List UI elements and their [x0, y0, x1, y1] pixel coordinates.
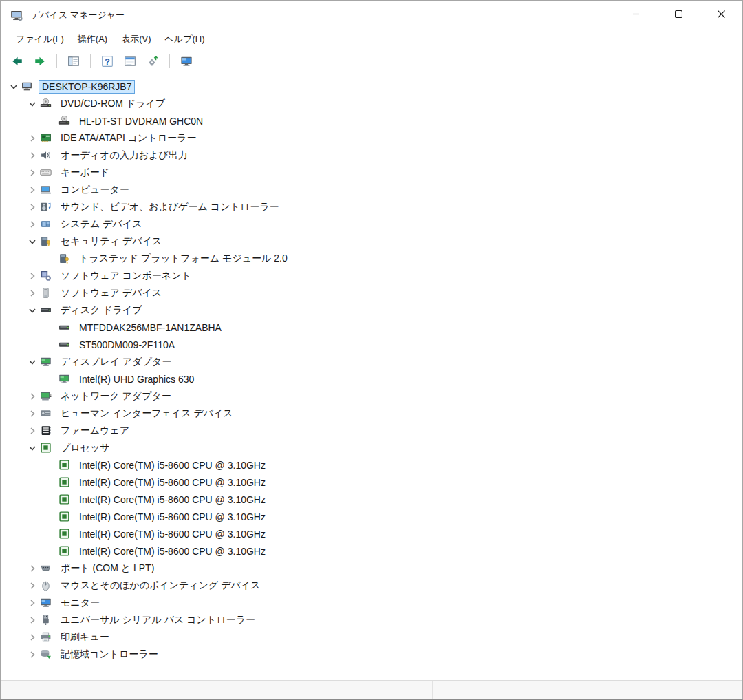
show-console-tree-button[interactable]	[64, 52, 83, 71]
chevron-collapsed-icon[interactable]	[25, 598, 40, 608]
tree-item-label: ユニバーサル シリアル バス コントローラー	[57, 613, 259, 628]
tree-item-label: ディスク ドライブ	[57, 303, 146, 318]
chevron-expanded-icon[interactable]	[25, 306, 40, 315]
tree-item[interactable]: ディスク ドライブ	[1, 301, 742, 319]
chevron-expanded-icon[interactable]	[6, 82, 21, 92]
tree-item[interactable]: Intel(R) Core(TM) i5-8600 CPU @ 3.10GHz	[1, 456, 742, 474]
chevron-collapsed-icon[interactable]	[25, 633, 40, 642]
device-manager-window: デバイス マネージャー ファイル(F) 操作(A) 表示(V) ヘルプ(H) ?…	[0, 0, 743, 700]
minimize-icon	[632, 10, 640, 20]
firmware-icon	[40, 425, 52, 436]
chevron-collapsed-icon[interactable]	[25, 426, 40, 436]
chevron-collapsed-icon[interactable]	[25, 134, 40, 143]
keyboard-icon	[40, 167, 52, 178]
tree-item[interactable]: モニター	[1, 594, 742, 611]
toolbar-separator	[90, 54, 91, 68]
menu-action[interactable]: 操作(A)	[71, 30, 114, 48]
menu-view[interactable]: 表示(V)	[114, 30, 158, 48]
tree-item[interactable]: Intel(R) Core(TM) i5-8600 CPU @ 3.10GHz	[1, 508, 742, 525]
tree-item-label: コンピューター	[57, 182, 133, 198]
menu-help[interactable]: ヘルプ(H)	[158, 30, 212, 48]
tree-item[interactable]: IDE ATA/ATAPI コントローラー	[1, 129, 742, 147]
network-adapter-icon	[40, 390, 52, 402]
tree-item[interactable]: セキュリティ デバイス	[1, 233, 742, 250]
tree-item[interactable]: コンピューター	[1, 181, 742, 198]
menu-file[interactable]: ファイル(F)	[9, 30, 71, 48]
help-button[interactable]: ?	[98, 52, 117, 71]
tree-item[interactable]: DVD/CD-ROM ドライブ	[1, 95, 742, 112]
tree-item-label: Intel(R) Core(TM) i5-8600 CPU @ 3.10GHz	[76, 458, 269, 472]
chevron-collapsed-icon[interactable]	[25, 168, 40, 178]
chevron-collapsed-icon[interactable]	[25, 650, 40, 659]
tree-item[interactable]: ネットワーク アダプター	[1, 388, 742, 405]
forward-button[interactable]	[30, 52, 50, 71]
chevron-collapsed-icon[interactable]	[25, 220, 40, 229]
tree-item[interactable]: キーボード	[1, 164, 742, 181]
chevron-expanded-icon[interactable]	[25, 237, 40, 246]
tree-item[interactable]: ソフトウェア コンポーネント	[1, 267, 742, 284]
tree-item[interactable]: トラステッド プラットフォーム モジュール 2.0	[1, 250, 742, 267]
tree-item[interactable]: サウンド、ビデオ、およびゲーム コントローラー	[1, 198, 742, 215]
chevron-collapsed-icon[interactable]	[25, 271, 40, 281]
tree-item[interactable]: ポート (COM と LPT)	[1, 560, 742, 577]
tree-item[interactable]: オーディオの入力および出力	[1, 147, 742, 164]
tree-item[interactable]: ST500DM009-2F110A	[1, 336, 742, 353]
chevron-collapsed-icon[interactable]	[25, 564, 40, 573]
close-icon	[718, 10, 725, 20]
properties-icon	[124, 55, 136, 67]
menubar: ファイル(F) 操作(A) 表示(V) ヘルプ(H)	[1, 30, 742, 49]
hid-icon	[40, 407, 52, 419]
back-button[interactable]	[8, 52, 27, 71]
tree-item[interactable]: 記憶域コントローラー	[1, 646, 742, 663]
tree-item[interactable]: ユニバーサル シリアル バス コントローラー	[1, 611, 742, 628]
tree-item-label: DESKTOP-K96RJB7	[39, 80, 135, 94]
help-icon: ?	[101, 55, 114, 67]
maximize-button[interactable]	[657, 1, 700, 28]
chevron-collapsed-icon[interactable]	[25, 151, 40, 160]
chevron-collapsed-icon[interactable]	[25, 409, 40, 418]
tree-item[interactable]: Intel(R) UHD Graphics 630	[1, 370, 742, 388]
chevron-expanded-icon[interactable]	[25, 443, 40, 453]
tree-item[interactable]: ファームウェア	[1, 422, 742, 439]
chevron-expanded-icon[interactable]	[25, 99, 40, 109]
tree-item[interactable]: DESKTOP-K96RJB7	[1, 78, 742, 95]
tree-item[interactable]: Intel(R) Core(TM) i5-8600 CPU @ 3.10GHz	[1, 491, 742, 508]
print-queue-icon	[40, 631, 52, 643]
status-section	[1, 681, 433, 699]
tree-item[interactable]: HL-DT-ST DVDRAM GHC0N	[1, 112, 742, 129]
tree-item[interactable]: MTFDDAK256MBF-1AN1ZABHA	[1, 319, 742, 336]
chevron-collapsed-icon[interactable]	[25, 185, 40, 195]
tree-item[interactable]: システム デバイス	[1, 215, 742, 233]
tree-item-label: DVD/CD-ROM ドライブ	[57, 96, 169, 112]
scan-hardware-changes-button[interactable]	[143, 52, 162, 71]
window-title: デバイス マネージャー	[31, 9, 125, 21]
close-button[interactable]	[700, 1, 742, 28]
chevron-expanded-icon[interactable]	[25, 357, 40, 367]
processor-icon	[58, 476, 71, 488]
tree-item[interactable]: Intel(R) Core(TM) i5-8600 CPU @ 3.10GHz	[1, 525, 742, 542]
tree-item[interactable]: マウスとそのほかのポインティング デバイス	[1, 577, 742, 594]
tree-item-label: ファームウェア	[57, 423, 133, 438]
monitor-view-icon	[180, 55, 193, 67]
tree-item[interactable]: ヒューマン インターフェイス デバイス	[1, 405, 742, 422]
minimize-button[interactable]	[614, 1, 657, 28]
tree-item[interactable]: ディスプレイ アダプター	[1, 353, 742, 370]
tree-item[interactable]: Intel(R) Core(TM) i5-8600 CPU @ 3.10GHz	[1, 542, 742, 560]
chevron-collapsed-icon[interactable]	[25, 615, 40, 625]
tree-item[interactable]: ソフトウェア デバイス	[1, 284, 742, 301]
display-adapter-icon	[40, 356, 52, 368]
scan-hardware-icon	[147, 55, 159, 67]
device-view-button[interactable]	[177, 52, 196, 71]
chevron-collapsed-icon[interactable]	[25, 202, 40, 212]
tree-item-label: モニター	[57, 595, 103, 611]
tree-item[interactable]: プロセッサ	[1, 439, 742, 456]
tree-item[interactable]: Intel(R) Core(TM) i5-8600 CPU @ 3.10GHz	[1, 474, 742, 491]
chevron-collapsed-icon[interactable]	[25, 581, 40, 591]
ports-icon	[40, 562, 52, 574]
toolbar-separator	[56, 54, 57, 68]
chevron-collapsed-icon[interactable]	[25, 392, 40, 401]
tree-item-label: Intel(R) Core(TM) i5-8600 CPU @ 3.10GHz	[76, 510, 269, 524]
tree-item[interactable]: 印刷キュー	[1, 628, 742, 646]
properties-button[interactable]	[120, 52, 140, 71]
chevron-collapsed-icon[interactable]	[25, 288, 40, 298]
